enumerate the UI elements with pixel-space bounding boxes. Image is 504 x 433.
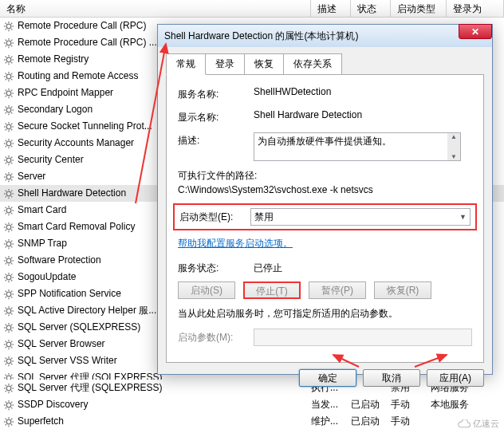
scrollbar[interactable]: ▲▼	[447, 133, 460, 160]
col-name[interactable]: 名称	[0, 0, 311, 17]
param-note: 当从此处启动服务时，您可指定所适用的启动参数。	[178, 307, 472, 321]
tab-general[interactable]: 常规	[166, 53, 206, 75]
col-status[interactable]: 状态	[351, 0, 391, 17]
startup-label: 启动类型(E):	[179, 211, 250, 224]
svg-line-16	[6, 45, 6, 46]
svg-line-132	[11, 263, 12, 264]
svg-line-80	[11, 156, 12, 157]
gear-icon	[3, 104, 14, 116]
pause-button[interactable]: 暂停(P)	[309, 281, 366, 299]
svg-line-177	[11, 347, 12, 348]
param-label: 启动参数(M):	[178, 331, 254, 344]
service-name: Server	[18, 168, 45, 185]
service-name: Remote Procedure Call (RPC) ...	[18, 34, 157, 51]
svg-line-43	[6, 96, 6, 96]
svg-line-233	[11, 401, 12, 402]
cancel-button[interactable]: 取消	[363, 369, 420, 387]
svg-line-188	[11, 357, 12, 358]
svg-line-221	[6, 384, 6, 385]
service-row[interactable]: SSDP Discovery当发...已启动手动本地服务	[0, 396, 504, 413]
close-button[interactable]: ✕	[459, 24, 492, 39]
col-login[interactable]: 登录为	[447, 0, 504, 17]
cloud-icon	[457, 419, 471, 429]
gear-icon	[3, 21, 14, 32]
svg-line-78	[11, 163, 12, 163]
service-name: Software Protection	[18, 252, 101, 269]
service-name: Smart Card	[18, 202, 66, 218]
svg-line-222	[11, 391, 12, 392]
svg-line-242	[11, 418, 12, 419]
svg-line-133	[6, 263, 6, 264]
properties-dialog: Shell Hardware Detection 的属性(本地计算机) ✕ 常规…	[157, 24, 493, 375]
chevron-up-icon[interactable]: ▲	[447, 133, 460, 140]
stop-button[interactable]: 停止(T)	[243, 281, 301, 299]
service-name: Secondary Logon	[18, 101, 93, 118]
service-name: SogouUpdate	[18, 269, 76, 285]
service-status: 已启动	[351, 396, 391, 413]
svg-line-60	[11, 129, 12, 130]
svg-point-45	[6, 108, 11, 112]
svg-line-62	[11, 123, 12, 124]
list-header: 名称 描述 状态 启动类型 登录为	[0, 0, 504, 18]
gear-icon	[3, 339, 14, 350]
help-link[interactable]: 帮助我配置服务启动选项。	[178, 237, 293, 250]
col-startup[interactable]: 启动类型	[391, 0, 447, 17]
svg-line-231	[11, 407, 12, 408]
svg-line-89	[11, 173, 12, 174]
service-status: 已启动	[351, 413, 391, 430]
svg-line-224	[11, 384, 12, 385]
gear-icon	[3, 356, 14, 367]
titlebar-text: Shell Hardware Detection 的属性(本地计算机)	[164, 30, 358, 43]
svg-point-90	[6, 191, 11, 196]
ok-button[interactable]: 确定	[299, 369, 356, 387]
svg-line-160	[6, 313, 6, 314]
gear-icon	[3, 400, 14, 411]
tab-recovery[interactable]: 恢复	[244, 53, 284, 74]
svg-line-131	[6, 257, 6, 258]
gear-icon	[3, 289, 14, 300]
gear-icon	[3, 138, 14, 149]
desc-text: 为自动播放硬件事件提供通知。	[258, 136, 392, 147]
svg-line-113	[6, 223, 6, 224]
close-icon: ✕	[471, 26, 479, 37]
svg-line-105	[11, 213, 12, 214]
chevron-down-icon[interactable]: ▼	[447, 153, 460, 160]
svg-line-115	[6, 230, 6, 230]
chevron-down-icon: ▼	[459, 213, 467, 221]
resume-button[interactable]: 恢复(R)	[374, 281, 431, 299]
svg-line-149	[6, 290, 6, 291]
service-name: Smart Card Removal Policy	[18, 218, 135, 235]
titlebar[interactable]: Shell Hardware Detection 的属性(本地计算机) ✕	[158, 25, 492, 47]
service-name: Shell Hardware Detection	[18, 185, 126, 202]
service-row[interactable]: Superfetch维护...已启动手动	[0, 413, 504, 430]
svg-point-99	[6, 208, 11, 213]
svg-line-79	[6, 163, 6, 163]
svg-line-106	[6, 213, 6, 214]
col-desc[interactable]: 描述	[311, 0, 351, 17]
desc-box[interactable]: 为自动播放硬件事件提供通知。 ▲▼	[254, 132, 461, 161]
start-button[interactable]: 启动(S)	[178, 281, 235, 299]
startup-select[interactable]: 禁用 ▼	[250, 208, 471, 226]
gear-icon	[3, 222, 14, 233]
desc-label: 描述:	[178, 132, 254, 148]
service-name: Remote Procedure Call (RPC)	[18, 18, 146, 34]
svg-line-14	[6, 39, 6, 40]
tab-deps[interactable]: 依存关系	[283, 53, 342, 74]
svg-line-170	[11, 324, 12, 325]
svg-point-162	[6, 325, 11, 330]
param-input	[254, 329, 472, 346]
svg-line-123	[11, 246, 12, 247]
gear-icon	[3, 88, 14, 99]
service-startup: 手动	[391, 413, 431, 430]
gear-icon	[3, 272, 14, 283]
gear-icon	[3, 238, 14, 250]
svg-line-70	[6, 146, 6, 147]
svg-line-32	[6, 73, 6, 73]
path-value: C:\Windows\System32\svchost.exe -k netsv…	[178, 184, 472, 195]
apply-button[interactable]: 应用(A)	[427, 369, 484, 387]
gear-icon	[3, 188, 14, 199]
tab-logon[interactable]: 登录	[205, 53, 245, 74]
svg-point-117	[6, 242, 11, 246]
service-name: RPC Endpoint Mapper	[18, 85, 113, 101]
svg-line-71	[11, 140, 12, 140]
